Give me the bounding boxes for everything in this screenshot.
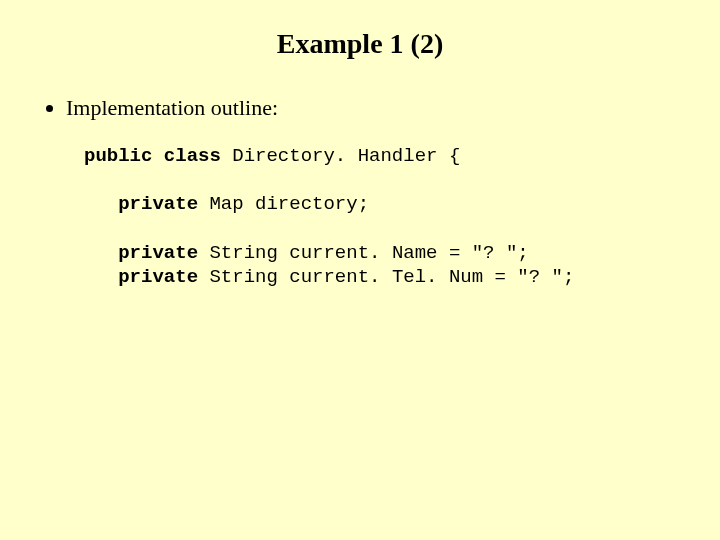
keyword-private: private [118, 242, 198, 264]
code-text: String current. Tel. Num = "? "; [198, 266, 574, 288]
code-text: Directory. Handler { [221, 145, 460, 167]
code-text: String current. Name = "? "; [198, 242, 529, 264]
bullet-list: Implementation outline: public class Dir… [40, 94, 680, 289]
keyword-class: class [164, 145, 221, 167]
bullet-text: Implementation outline: [66, 95, 278, 120]
bullet-item: Implementation outline: public class Dir… [66, 94, 680, 289]
keyword-private: private [118, 266, 198, 288]
keyword-private: private [118, 193, 198, 215]
slide: Example 1 (2) Implementation outline: pu… [0, 0, 720, 540]
keyword-public: public [84, 145, 152, 167]
code-block: public class Directory. Handler { privat… [84, 144, 680, 290]
code-text: Map directory; [198, 193, 369, 215]
slide-title: Example 1 (2) [40, 28, 680, 60]
